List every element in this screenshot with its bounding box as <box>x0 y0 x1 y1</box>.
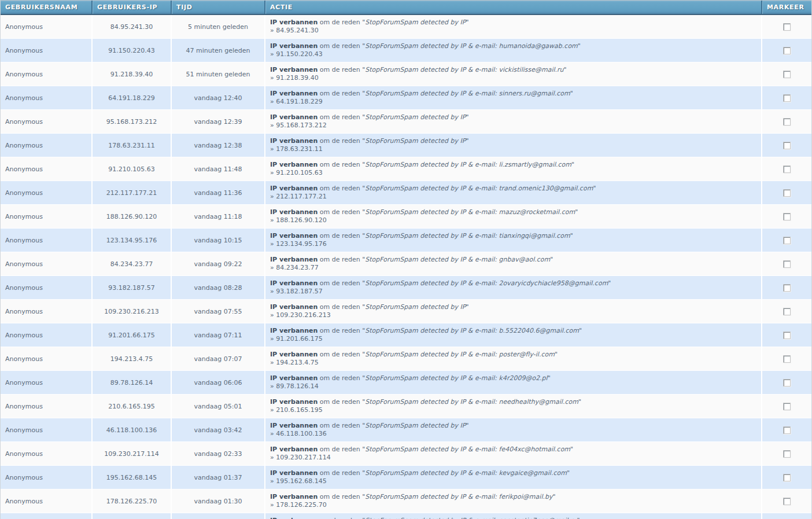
double-angle-arrow-icon: » <box>270 382 274 390</box>
markeer-checkbox[interactable] <box>783 23 791 31</box>
markeer-checkbox[interactable] <box>783 47 791 54</box>
username-cell: Anonymous <box>1 300 92 323</box>
time-cell: 47 minuten geleden <box>171 39 265 62</box>
action-label: IP verbannen <box>270 19 318 26</box>
markeer-checkbox[interactable] <box>783 284 791 292</box>
target-line: » 64.191.18.229 <box>270 98 756 106</box>
time-cell: vandaag 07:55 <box>171 300 265 323</box>
time-cell: vandaag 08:28 <box>171 276 265 300</box>
action-label: IP verbannen <box>270 256 318 263</box>
user-ip-label: 91.218.39.40 <box>110 71 153 78</box>
ban-reason: StopForumSpam detected by IP & e-mail: h… <box>365 42 578 50</box>
ip-cell: 109.230.216.213 <box>92 300 171 323</box>
ban-reason: StopForumSpam detected by IP <box>365 137 466 145</box>
ban-reason: StopForumSpam detected by IP & e-mail: v… <box>365 66 563 73</box>
markeer-checkbox[interactable] <box>783 260 791 268</box>
ban-reason: StopForumSpam detected by IP & e-mail: n… <box>365 398 578 406</box>
markeer-checkbox[interactable] <box>783 189 791 197</box>
mark-cell <box>762 276 811 300</box>
ip-cell: 188.126.90.120 <box>92 205 171 229</box>
ban-reason: StopForumSpam detected by IP & e-mail: k… <box>365 469 567 477</box>
action-cell: IP verbannen om de reden "StopForumSpam … <box>265 395 762 418</box>
target-ip-label: 91.210.105.63 <box>276 169 322 176</box>
markeer-checkbox[interactable] <box>783 213 791 220</box>
ban-reason: StopForumSpam detected by IP & e-mail: m… <box>365 208 575 216</box>
markeer-checkbox[interactable] <box>783 308 791 315</box>
time-label: 51 minuten geleden <box>186 71 250 78</box>
ip-cell: 91.201.66.175 <box>92 323 171 347</box>
action-text: om de reden <box>320 327 360 334</box>
action-line: IP verbannen om de reden "StopForumSpam … <box>270 19 756 27</box>
close-quote: " <box>550 256 553 263</box>
action-label: IP verbannen <box>270 351 318 358</box>
ip-cell: 188.168.85.185 <box>92 513 171 519</box>
close-quote: " <box>608 279 611 287</box>
action-text: om de reden <box>320 208 360 216</box>
markeer-checkbox[interactable] <box>783 426 791 434</box>
action-line: IP verbannen om de reden "StopForumSpam … <box>270 208 756 216</box>
action-line: IP verbannen om de reden "StopForumSpam … <box>270 327 756 335</box>
target-ip-label: 46.118.100.136 <box>276 430 326 437</box>
username-label: Anonymous <box>5 213 43 220</box>
mark-cell <box>762 466 811 489</box>
table-body: Anonymous 84.95.241.30 5 minuten geleden… <box>1 14 811 519</box>
markeer-checkbox[interactable] <box>783 71 791 78</box>
markeer-checkbox[interactable] <box>783 142 791 149</box>
time-label: vandaag 09:22 <box>194 260 242 268</box>
column-header-tijd: TIJD <box>171 1 265 14</box>
markeer-checkbox[interactable] <box>783 118 791 126</box>
ban-reason: StopForumSpam detected by IP & e-mail: f… <box>365 446 570 453</box>
username-label: Anonymous <box>5 284 43 292</box>
markeer-checkbox[interactable] <box>783 498 791 505</box>
markeer-checkbox[interactable] <box>783 450 791 458</box>
time-label: vandaag 07:07 <box>194 355 242 363</box>
markeer-checkbox[interactable] <box>783 474 791 481</box>
close-quote: " <box>578 398 581 406</box>
time-cell: gisteren 23:43 <box>171 513 265 519</box>
username-label: Anonymous <box>5 71 43 78</box>
action-label: IP verbannen <box>270 446 318 453</box>
time-cell: vandaag 01:37 <box>171 466 265 489</box>
close-quote: " <box>570 90 573 97</box>
username-cell: Anonymous <box>1 323 92 347</box>
action-line: IP verbannen om de reden "StopForumSpam … <box>270 303 756 311</box>
close-quote: " <box>593 185 596 192</box>
mark-cell <box>762 418 811 442</box>
ban-reason: StopForumSpam detected by IP & e-mail: t… <box>365 232 570 240</box>
mark-cell <box>762 395 811 418</box>
username-label: Anonymous <box>5 47 43 54</box>
ip-cell: 109.230.217.114 <box>92 442 171 466</box>
username-label: Anonymous <box>5 355 43 363</box>
mark-cell <box>762 14 811 39</box>
username-cell: Anonymous <box>1 466 92 489</box>
markeer-checkbox[interactable] <box>783 237 791 244</box>
markeer-checkbox[interactable] <box>783 355 791 363</box>
markeer-checkbox[interactable] <box>783 165 791 173</box>
markeer-checkbox[interactable] <box>783 332 791 339</box>
username-cell: Anonymous <box>1 62 92 86</box>
username-label: Anonymous <box>5 165 43 173</box>
username-label: Anonymous <box>5 94 43 102</box>
double-angle-arrow-icon: » <box>270 193 274 200</box>
banned-ip-log-page: GEBRUIKERSNAAM GEBRUIKERS-IP TIJD ACTIE … <box>0 0 812 519</box>
double-angle-arrow-icon: » <box>270 145 274 153</box>
action-line: IP verbannen om de reden "StopForumSpam … <box>270 137 756 145</box>
action-line: IP verbannen om de reden "StopForumSpam … <box>270 351 756 359</box>
markeer-checkbox[interactable] <box>783 403 791 410</box>
target-line: » 178.126.225.70 <box>270 501 756 509</box>
action-cell: IP verbannen om de reden "StopForumSpam … <box>265 39 762 62</box>
action-line: IP verbannen om de reden "StopForumSpam … <box>270 66 756 74</box>
action-text: om de reden <box>320 185 360 192</box>
close-quote: " <box>579 327 582 334</box>
user-ip-label: 64.191.18.229 <box>108 94 154 102</box>
double-angle-arrow-icon: » <box>270 477 274 485</box>
markeer-checkbox[interactable] <box>783 94 791 102</box>
markeer-checkbox[interactable] <box>783 379 791 387</box>
time-label: vandaag 12:39 <box>194 118 242 126</box>
ip-cell: 64.191.18.229 <box>92 86 171 110</box>
table-row: Anonymous 84.234.23.77 vandaag 09:22 IP … <box>1 252 811 276</box>
time-cell: vandaag 11:18 <box>171 205 265 229</box>
action-label: IP verbannen <box>270 113 318 121</box>
double-angle-arrow-icon: » <box>270 50 274 58</box>
time-cell: vandaag 01:30 <box>171 489 265 513</box>
